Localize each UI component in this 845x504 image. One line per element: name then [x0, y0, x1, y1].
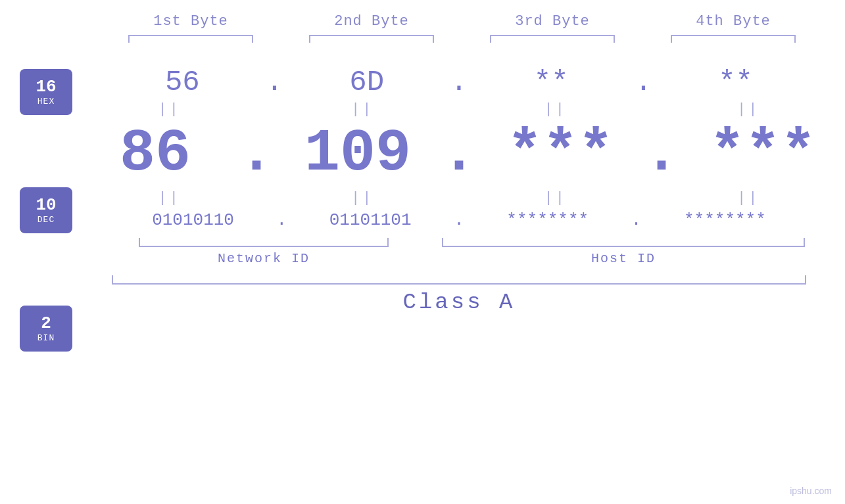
watermark: ipshu.com: [790, 486, 832, 496]
bin-byte3: ********: [466, 210, 630, 230]
bracket-4: [671, 35, 796, 43]
byte-label-3: 3rd Byte: [480, 13, 625, 30]
byte-labels-row: 1st Byte 2nd Byte 3rd Byte 4th Byte: [101, 13, 824, 30]
host-bracket: [442, 238, 806, 247]
eq-2: ||: [290, 101, 435, 118]
hex-byte4: **: [654, 66, 818, 99]
bin-dot2: .: [454, 210, 464, 230]
main-container: 1st Byte 2nd Byte 3rd Byte 4th Byte 16 H…: [0, 0, 845, 504]
hex-dot3: .: [635, 66, 652, 99]
format-badges: 16 HEX 10 DEC 2 BIN: [0, 69, 73, 504]
eq-6: ||: [290, 190, 435, 206]
bin-byte2: 01101101: [288, 210, 452, 230]
hex-row: 56 . 6D . ** . **: [73, 66, 845, 99]
dec-badge: 10 DEC: [20, 187, 72, 233]
hex-byte1-group: 56: [100, 66, 264, 99]
byte-label-1: 1st Byte: [118, 13, 263, 30]
bin-byte2-group: 01101101: [288, 210, 452, 230]
equals-row-1: || || || ||: [73, 101, 845, 118]
class-label: Class A: [112, 290, 807, 315]
dec-byte3: ***: [478, 120, 642, 187]
hex-dot2: .: [450, 66, 468, 99]
byte-label-2: 2nd Byte: [299, 13, 444, 30]
eq-8: ||: [676, 190, 821, 206]
network-bracket: [139, 238, 389, 247]
hex-dot1: .: [266, 66, 283, 99]
byte-label-4: 4th Byte: [661, 13, 806, 30]
bin-num: 2: [41, 314, 51, 333]
bin-badge: 2 BIN: [20, 306, 72, 352]
bin-dot1: .: [277, 210, 287, 230]
dec-row: 86 . 109 . *** . ***: [73, 120, 845, 187]
equals-row-2: || || || ||: [73, 190, 845, 206]
dec-byte1: 86: [73, 120, 237, 187]
hex-byte3: **: [469, 66, 633, 99]
eq-7: ||: [483, 190, 628, 206]
dec-byte1-group: 86: [73, 120, 237, 187]
dec-label: DEC: [37, 215, 55, 225]
hex-byte2-group: 6D: [285, 66, 449, 99]
dec-dot3: .: [644, 120, 679, 187]
eq-5: ||: [97, 190, 242, 206]
bin-dot3: .: [631, 210, 642, 230]
hex-label: HEX: [37, 97, 55, 106]
eq-3: ||: [483, 101, 628, 118]
dec-byte2: 109: [276, 120, 440, 187]
bin-byte4-group: ********: [642, 210, 807, 230]
eq-4: ||: [676, 101, 821, 118]
dec-byte4: ***: [681, 120, 845, 187]
bracket-1: [128, 35, 253, 43]
dec-dot1: .: [239, 120, 274, 187]
dec-num: 10: [36, 196, 56, 215]
hex-byte4-group: **: [654, 66, 818, 99]
bracket-2: [309, 35, 434, 43]
bin-label: BIN: [37, 333, 55, 343]
hex-badge: 16 HEX: [20, 69, 72, 115]
bin-byte4: ********: [642, 210, 807, 230]
host-id-label: Host ID: [591, 251, 656, 266]
network-id-label: Network ID: [218, 251, 310, 266]
dec-byte3-group: ***: [478, 120, 642, 187]
dec-byte4-group: ***: [681, 120, 845, 187]
hex-num: 16: [36, 78, 56, 97]
top-brackets: [101, 35, 824, 43]
eq-1: ||: [97, 101, 242, 118]
hex-byte2: 6D: [285, 66, 449, 99]
bin-row: 01010110 . 01101101 . ******** . *******…: [73, 210, 845, 230]
bracket-3: [490, 35, 615, 43]
bin-byte3-group: ********: [466, 210, 630, 230]
hex-byte3-group: **: [469, 66, 633, 99]
bin-byte1: 01010110: [111, 210, 276, 230]
dec-byte2-group: 109: [276, 120, 440, 187]
hex-byte1: 56: [100, 66, 264, 99]
bin-byte1-group: 01010110: [111, 210, 276, 230]
dec-dot2: .: [441, 120, 477, 187]
class-bracket: [112, 275, 807, 285]
